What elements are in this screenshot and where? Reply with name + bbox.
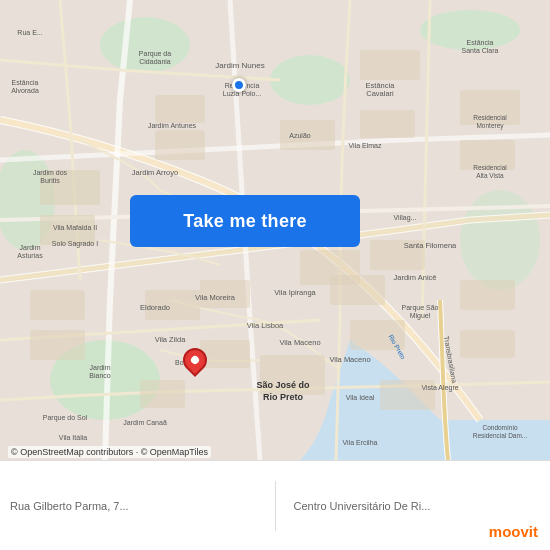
svg-text:Alta Vista: Alta Vista [476, 172, 504, 179]
svg-text:Vila Mafalda II: Vila Mafalda II [53, 224, 97, 231]
svg-text:Alvorada: Alvorada [11, 87, 39, 94]
svg-text:Asturias: Asturias [17, 252, 43, 259]
svg-text:Jardim Anicê: Jardim Anicê [394, 273, 437, 282]
svg-text:Vila Moreira: Vila Moreira [195, 293, 236, 302]
svg-rect-10 [155, 95, 205, 123]
svg-text:Jardim Nunes: Jardim Nunes [215, 61, 264, 70]
svg-rect-19 [330, 275, 385, 305]
svg-text:Jardim Antunes: Jardim Antunes [148, 122, 197, 129]
svg-text:Jardim Canaã: Jardim Canaã [123, 419, 167, 426]
svg-text:Vila Ercilha: Vila Ercilha [343, 439, 378, 446]
bottom-divider [275, 481, 276, 531]
svg-text:Solo Sagrado I: Solo Sagrado I [52, 240, 98, 248]
svg-rect-13 [360, 50, 420, 80]
from-label: Rua Gilberto Parma, 7... [10, 500, 257, 512]
svg-text:Estância: Estância [467, 39, 494, 46]
svg-rect-25 [200, 340, 250, 368]
svg-rect-20 [460, 280, 515, 310]
svg-text:Rua E...: Rua E... [17, 29, 42, 36]
svg-text:Vila Ideal: Vila Ideal [346, 394, 375, 401]
svg-text:Villag...: Villag... [394, 214, 417, 222]
svg-text:Buritis: Buritis [40, 177, 60, 184]
map-attribution: © OpenStreetMap contributors · © OpenMap… [8, 446, 211, 458]
svg-text:Vila Itália: Vila Itália [59, 434, 87, 441]
svg-text:Parque do Sol: Parque do Sol [43, 414, 88, 422]
origin-location-dot [232, 78, 246, 92]
svg-text:Jardim Arroyo: Jardim Arroyo [132, 168, 178, 177]
svg-text:Residencial: Residencial [473, 164, 507, 171]
svg-text:Residencial: Residencial [473, 114, 507, 121]
svg-text:Cidadania: Cidadania [139, 58, 171, 65]
svg-text:Vila Zilda: Vila Zilda [155, 335, 187, 344]
map-area: Jardim Nunes Parque da Cidadania Residên… [0, 0, 550, 460]
svg-text:Vila Elmaz: Vila Elmaz [349, 142, 382, 149]
svg-rect-9 [155, 130, 205, 160]
svg-rect-29 [460, 330, 515, 358]
svg-text:Eldorado: Eldorado [140, 303, 170, 312]
svg-text:Azulão: Azulão [289, 132, 311, 139]
svg-point-2 [270, 55, 350, 105]
svg-text:Jardim dos: Jardim dos [33, 169, 68, 176]
svg-text:Rio Preto: Rio Preto [263, 392, 304, 402]
svg-text:Jardim: Jardim [89, 364, 110, 371]
svg-rect-21 [30, 290, 85, 320]
svg-text:Miguel: Miguel [410, 312, 431, 320]
svg-text:Cavalari: Cavalari [366, 89, 394, 98]
svg-rect-22 [30, 330, 85, 360]
svg-text:Monterey: Monterey [476, 122, 504, 130]
svg-rect-12 [360, 110, 415, 138]
to-section: Centro Universitário De Ri... [286, 500, 541, 512]
svg-text:Vista Alegre: Vista Alegre [421, 384, 458, 392]
svg-text:Residencial Dam...: Residencial Dam... [473, 432, 528, 439]
svg-text:Condomínio: Condomínio [482, 424, 517, 431]
svg-text:Santa Clara: Santa Clara [462, 47, 499, 54]
svg-text:São José do: São José do [256, 380, 310, 390]
moovit-logo: moovit [489, 523, 538, 540]
svg-text:Estância: Estância [12, 79, 39, 86]
svg-text:Parque São: Parque São [402, 304, 439, 312]
svg-text:Santa Filomena: Santa Filomena [404, 241, 457, 250]
destination-pin [183, 348, 207, 380]
svg-text:Vila Maceno: Vila Maceno [279, 338, 320, 347]
take-me-there-button[interactable]: Take me there [130, 195, 360, 247]
svg-text:Vila Maceno: Vila Maceno [329, 355, 370, 364]
bottom-bar: Rua Gilberto Parma, 7... Centro Universi… [0, 460, 550, 550]
svg-text:Parque da: Parque da [139, 50, 171, 58]
svg-text:Vila Ipiranga: Vila Ipiranga [274, 288, 316, 297]
svg-rect-26 [140, 380, 185, 408]
from-section: Rua Gilberto Parma, 7... [10, 500, 265, 512]
to-label: Centro Universitário De Ri... [294, 500, 541, 512]
svg-text:Jardim: Jardim [19, 244, 40, 251]
svg-text:Vila Lisboa: Vila Lisboa [247, 321, 284, 330]
moovit-brand: moovit [489, 523, 538, 540]
svg-text:Bianco: Bianco [89, 372, 111, 379]
